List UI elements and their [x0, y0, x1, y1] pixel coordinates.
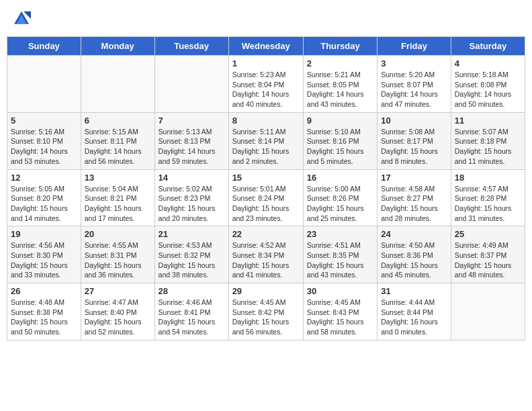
day-number: 23 [307, 229, 373, 239]
day-cell: 4Sunrise: 5:18 AMSunset: 8:08 PMDaylight… [451, 56, 525, 113]
day-info: Sunrise: 5:15 AMSunset: 8:11 PMDaylight:… [85, 127, 151, 167]
day-cell: 23Sunrise: 4:51 AMSunset: 8:35 PMDayligh… [303, 226, 377, 283]
day-cell: 1Sunrise: 5:23 AMSunset: 8:04 PMDaylight… [228, 56, 303, 113]
day-cell [451, 283, 525, 340]
day-cell: 16Sunrise: 5:00 AMSunset: 8:26 PMDayligh… [303, 169, 377, 226]
day-cell: 12Sunrise: 5:05 AMSunset: 8:20 PMDayligh… [7, 169, 81, 226]
page: SundayMondayTuesdayWednesdayThursdayFrid… [0, 0, 532, 347]
week-row-1: 1Sunrise: 5:23 AMSunset: 8:04 PMDaylight… [7, 56, 525, 113]
day-info: Sunrise: 4:58 AMSunset: 8:27 PMDaylight:… [381, 184, 447, 224]
weekday-header-tuesday: Tuesday [154, 37, 228, 56]
day-cell [81, 56, 154, 113]
day-cell: 22Sunrise: 4:52 AMSunset: 8:34 PMDayligh… [228, 226, 303, 283]
day-number: 22 [232, 229, 300, 239]
weekday-header-saturday: Saturday [451, 37, 525, 56]
day-cell: 27Sunrise: 4:47 AMSunset: 8:40 PMDayligh… [81, 283, 154, 340]
day-cell: 6Sunrise: 5:15 AMSunset: 8:11 PMDaylight… [81, 112, 154, 169]
day-cell: 19Sunrise: 4:56 AMSunset: 8:30 PMDayligh… [7, 226, 81, 283]
day-number: 24 [381, 229, 447, 239]
weekday-header-row: SundayMondayTuesdayWednesdayThursdayFrid… [7, 37, 525, 56]
day-cell: 26Sunrise: 4:48 AMSunset: 8:38 PMDayligh… [7, 283, 81, 340]
day-info: Sunrise: 4:45 AMSunset: 8:43 PMDaylight:… [307, 298, 373, 337]
day-info: Sunrise: 5:18 AMSunset: 8:08 PMDaylight:… [455, 70, 521, 109]
logo [12, 9, 34, 28]
day-cell: 7Sunrise: 5:13 AMSunset: 8:13 PMDaylight… [154, 112, 228, 169]
week-row-5: 26Sunrise: 4:48 AMSunset: 8:38 PMDayligh… [7, 283, 525, 340]
day-cell: 8Sunrise: 5:11 AMSunset: 8:14 PMDaylight… [228, 112, 303, 169]
day-info: Sunrise: 5:23 AMSunset: 8:04 PMDaylight:… [232, 70, 300, 109]
day-cell: 11Sunrise: 5:07 AMSunset: 8:18 PMDayligh… [451, 112, 525, 169]
calendar-table: SundayMondayTuesdayWednesdayThursdayFrid… [7, 36, 525, 340]
day-info: Sunrise: 5:21 AMSunset: 8:05 PMDaylight:… [307, 70, 373, 109]
day-info: Sunrise: 4:50 AMSunset: 8:36 PMDaylight:… [381, 240, 447, 280]
day-cell: 24Sunrise: 4:50 AMSunset: 8:36 PMDayligh… [378, 226, 451, 283]
day-number: 26 [11, 286, 77, 296]
day-info: Sunrise: 5:08 AMSunset: 8:17 PMDaylight:… [381, 127, 447, 167]
day-number: 10 [381, 116, 447, 126]
day-number: 14 [159, 173, 225, 183]
day-cell: 2Sunrise: 5:21 AMSunset: 8:05 PMDaylight… [303, 56, 377, 113]
day-cell: 5Sunrise: 5:16 AMSunset: 8:10 PMDaylight… [7, 112, 81, 169]
day-cell: 28Sunrise: 4:46 AMSunset: 8:41 PMDayligh… [154, 283, 228, 340]
weekday-header-thursday: Thursday [303, 37, 377, 56]
day-number: 1 [232, 58, 300, 68]
day-cell: 9Sunrise: 5:10 AMSunset: 8:16 PMDaylight… [303, 112, 377, 169]
day-info: Sunrise: 4:55 AMSunset: 8:31 PMDaylight:… [85, 240, 151, 280]
day-number: 9 [307, 116, 373, 126]
day-info: Sunrise: 5:16 AMSunset: 8:10 PMDaylight:… [11, 127, 77, 167]
day-number: 17 [381, 173, 447, 183]
day-cell: 18Sunrise: 4:57 AMSunset: 8:28 PMDayligh… [451, 169, 525, 226]
day-info: Sunrise: 5:00 AMSunset: 8:26 PMDaylight:… [307, 184, 373, 224]
day-info: Sunrise: 5:11 AMSunset: 8:14 PMDaylight:… [232, 127, 300, 167]
day-cell: 17Sunrise: 4:58 AMSunset: 8:27 PMDayligh… [378, 169, 451, 226]
day-number: 11 [455, 116, 521, 126]
weekday-header-friday: Friday [378, 37, 451, 56]
day-number: 27 [85, 286, 151, 296]
day-number: 19 [11, 229, 77, 239]
day-info: Sunrise: 5:07 AMSunset: 8:18 PMDaylight:… [455, 127, 521, 167]
day-info: Sunrise: 4:52 AMSunset: 8:34 PMDaylight:… [232, 240, 300, 280]
day-cell [154, 56, 228, 113]
day-info: Sunrise: 4:49 AMSunset: 8:37 PMDaylight:… [455, 240, 521, 280]
day-info: Sunrise: 4:53 AMSunset: 8:32 PMDaylight:… [159, 240, 225, 280]
day-info: Sunrise: 4:44 AMSunset: 8:44 PMDaylight:… [381, 298, 447, 337]
day-cell: 15Sunrise: 5:01 AMSunset: 8:24 PMDayligh… [228, 169, 303, 226]
day-number: 30 [307, 286, 373, 296]
day-number: 4 [455, 58, 521, 68]
week-row-4: 19Sunrise: 4:56 AMSunset: 8:30 PMDayligh… [7, 226, 525, 283]
week-row-2: 5Sunrise: 5:16 AMSunset: 8:10 PMDaylight… [7, 112, 525, 169]
day-number: 12 [11, 173, 77, 183]
day-info: Sunrise: 4:51 AMSunset: 8:35 PMDaylight:… [307, 240, 373, 280]
day-info: Sunrise: 5:05 AMSunset: 8:20 PMDaylight:… [11, 184, 77, 224]
day-cell: 31Sunrise: 4:44 AMSunset: 8:44 PMDayligh… [378, 283, 451, 340]
weekday-header-wednesday: Wednesday [228, 37, 303, 56]
day-cell: 13Sunrise: 5:04 AMSunset: 8:21 PMDayligh… [81, 169, 154, 226]
day-number: 20 [85, 229, 151, 239]
day-number: 8 [232, 116, 300, 126]
day-info: Sunrise: 4:48 AMSunset: 8:38 PMDaylight:… [11, 298, 77, 337]
day-number: 31 [381, 286, 447, 296]
day-number: 6 [85, 116, 151, 126]
day-number: 5 [11, 116, 77, 126]
day-number: 2 [307, 58, 373, 68]
weekday-header-monday: Monday [81, 37, 154, 56]
day-info: Sunrise: 5:01 AMSunset: 8:24 PMDaylight:… [232, 184, 300, 224]
day-number: 25 [455, 229, 521, 239]
day-number: 29 [232, 286, 300, 296]
header [7, 7, 525, 31]
logo-icon [12, 9, 31, 28]
day-info: Sunrise: 4:56 AMSunset: 8:30 PMDaylight:… [11, 240, 77, 280]
weekday-header-sunday: Sunday [7, 37, 81, 56]
day-info: Sunrise: 4:46 AMSunset: 8:41 PMDaylight:… [159, 298, 225, 337]
day-cell: 21Sunrise: 4:53 AMSunset: 8:32 PMDayligh… [154, 226, 228, 283]
day-number: 13 [85, 173, 151, 183]
day-cell: 29Sunrise: 4:45 AMSunset: 8:42 PMDayligh… [228, 283, 303, 340]
day-cell [7, 56, 81, 113]
day-cell: 10Sunrise: 5:08 AMSunset: 8:17 PMDayligh… [378, 112, 451, 169]
day-info: Sunrise: 4:57 AMSunset: 8:28 PMDaylight:… [455, 184, 521, 224]
day-number: 21 [159, 229, 225, 239]
day-cell: 20Sunrise: 4:55 AMSunset: 8:31 PMDayligh… [81, 226, 154, 283]
day-cell: 3Sunrise: 5:20 AMSunset: 8:07 PMDaylight… [378, 56, 451, 113]
day-cell: 30Sunrise: 4:45 AMSunset: 8:43 PMDayligh… [303, 283, 377, 340]
day-info: Sunrise: 4:47 AMSunset: 8:40 PMDaylight:… [85, 298, 151, 337]
